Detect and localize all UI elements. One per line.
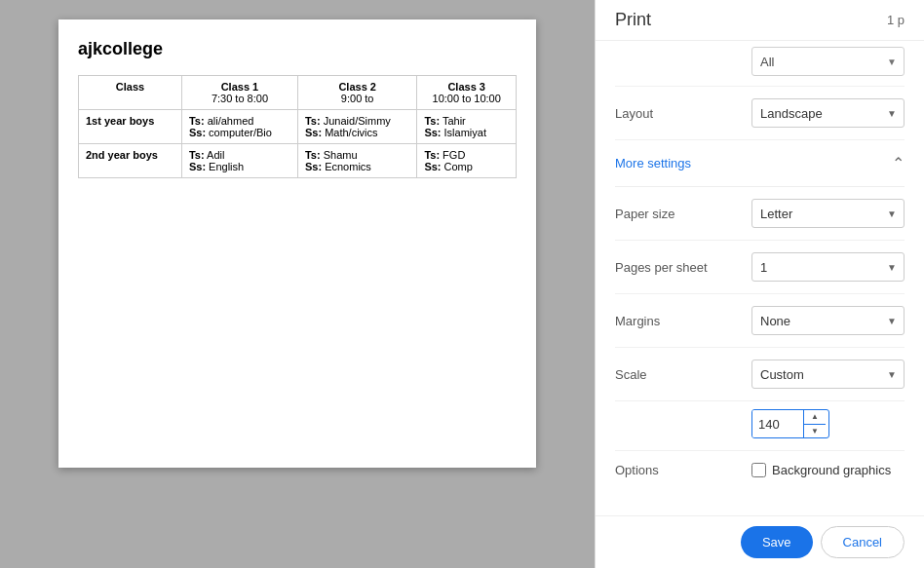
- bg-graphics-label: Background graphics: [772, 463, 891, 477]
- page-content: ajkcollege Class Class 17:30 to 8:00 Cla…: [58, 19, 536, 468]
- truncated-select[interactable]: All: [751, 47, 905, 76]
- settings-panel: Print 1 p All ▼ Layout Portrait: [595, 0, 924, 568]
- margins-select[interactable]: Default None Minimum Custom: [751, 306, 905, 335]
- pages-per-sheet-select-wrapper: 1 2 4 6 9 16 ▼: [751, 252, 905, 282]
- scale-number-input[interactable]: [752, 410, 803, 437]
- scale-select[interactable]: Default Custom Fit to page width: [751, 360, 905, 389]
- paper-size-control: Letter A4 A3 Legal ▼: [751, 199, 905, 228]
- scale-down-button[interactable]: ▼: [804, 425, 826, 438]
- bg-graphics-checkbox[interactable]: [751, 463, 766, 477]
- scale-up-button[interactable]: ▲: [804, 410, 826, 425]
- page-count: 1 p: [887, 13, 905, 27]
- scale-number-row: ▲ ▼: [615, 401, 905, 451]
- schedule-table: Class Class 17:30 to 8:00 Class 29:00 to…: [78, 75, 517, 178]
- scale-label: Scale: [615, 367, 742, 382]
- row-group-2: 2nd year boys: [79, 144, 182, 178]
- options-label: Options: [615, 463, 742, 477]
- layout-select[interactable]: Portrait Landscape: [751, 98, 905, 128]
- table-row: 2nd year boys Ts: AdilSs: English Ts: Sh…: [79, 144, 517, 178]
- pages-per-sheet-label: Pages per sheet: [615, 260, 742, 275]
- truncated-control: All ▼: [751, 47, 905, 76]
- paper-size-label: Paper size: [615, 207, 742, 221]
- options-row: Options Background graphics: [615, 451, 905, 489]
- table-row: 1st year boys Ts: ali/ahmedSs: computer/…: [79, 110, 517, 144]
- college-title: ajkcollege: [78, 39, 517, 59]
- settings-title: Print: [615, 10, 651, 30]
- layout-label: Layout: [615, 106, 742, 121]
- layout-row: Layout Portrait Landscape ▼: [615, 87, 905, 140]
- col-class1: Class 17:30 to 8:00: [181, 76, 297, 110]
- margins-select-wrapper: Default None Minimum Custom ▼: [751, 306, 905, 335]
- scale-number-wrapper: ▲ ▼: [751, 409, 829, 438]
- chevron-up-icon: ⌃: [892, 154, 905, 172]
- truncated-select-wrapper: All ▼: [751, 47, 905, 76]
- scale-row: Scale Default Custom Fit to page width ▼: [615, 348, 905, 401]
- cancel-button[interactable]: Cancel: [821, 526, 905, 558]
- margins-label: Margins: [615, 314, 742, 328]
- settings-footer: Save Cancel: [596, 515, 924, 568]
- scale-spinners: ▲ ▼: [803, 410, 826, 437]
- save-button[interactable]: Save: [741, 526, 813, 558]
- row-2-cell-3: Ts: FGDSs: Comp: [417, 144, 517, 178]
- pages-per-sheet-select[interactable]: 1 2 4 6 9 16: [751, 252, 905, 282]
- layout-select-wrapper: Portrait Landscape ▼: [751, 98, 905, 128]
- row-2-cell-1: Ts: AdilSs: English: [181, 144, 297, 178]
- pages-per-sheet-row: Pages per sheet 1 2 4 6 9 16 ▼: [615, 241, 905, 294]
- row-2-cell-2: Ts: ShamuSs: Ecnomics: [297, 144, 416, 178]
- print-preview: ajkcollege Class Class 17:30 to 8:00 Cla…: [0, 0, 595, 568]
- scale-select-wrapper: Default Custom Fit to page width ▼: [751, 360, 905, 389]
- row-1-cell-1: Ts: ali/ahmedSs: computer/Bio: [181, 110, 297, 144]
- row-1-cell-2: Ts: Junaid/SimmySs: Math/civics: [297, 110, 416, 144]
- paper-size-select-wrapper: Letter A4 A3 Legal ▼: [751, 199, 905, 228]
- bg-graphics-option: Background graphics: [751, 463, 891, 477]
- col-class2: Class 29:00 to: [297, 76, 416, 110]
- col-class: Class: [79, 76, 182, 110]
- truncated-row: All ▼: [615, 41, 905, 87]
- paper-size-select[interactable]: Letter A4 A3 Legal: [751, 199, 905, 228]
- margins-control: Default None Minimum Custom ▼: [751, 306, 905, 335]
- settings-body: All ▼ Layout Portrait Landscape ▼: [596, 41, 924, 515]
- col-class3: Class 310:00 to 10:00: [417, 76, 517, 110]
- pages-per-sheet-control: 1 2 4 6 9 16 ▼: [751, 252, 905, 282]
- margins-row: Margins Default None Minimum Custom ▼: [615, 294, 905, 348]
- more-settings-row[interactable]: More settings ⌃: [615, 140, 905, 187]
- row-1-cell-3: Ts: TahirSs: Islamiyat: [417, 110, 517, 144]
- settings-header: Print 1 p: [596, 0, 924, 41]
- row-group-1: 1st year boys: [79, 110, 182, 144]
- scale-control: Default Custom Fit to page width ▼: [751, 360, 905, 389]
- paper-size-row: Paper size Letter A4 A3 Legal ▼: [615, 187, 905, 241]
- layout-control: Portrait Landscape ▼: [751, 98, 905, 128]
- more-settings-label: More settings: [615, 156, 691, 170]
